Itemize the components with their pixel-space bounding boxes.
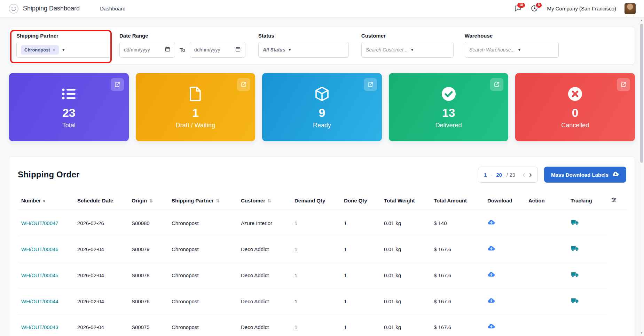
cell-done-qty: 1: [340, 288, 380, 314]
table-row: WH/OUT/000472026-02-26S00080ChronopostAz…: [18, 210, 627, 236]
table-row: WH/OUT/000462026-02-04S00079ChronopostDe…: [18, 236, 627, 262]
sort-icon: ⇅: [267, 198, 271, 203]
cell-schedule-date: 2026-02-04: [74, 314, 128, 336]
messages-icon[interactable]: 18: [514, 5, 522, 13]
filter-label: Date Range: [119, 33, 245, 39]
stat-card-label: Ready: [313, 122, 331, 129]
selected-partner-tag: Chronopost ×: [21, 45, 59, 55]
column-header-customer[interactable]: Customer⇅: [237, 191, 291, 210]
cell-action: [525, 288, 567, 314]
order-number-link[interactable]: WH/OUT/00045: [21, 272, 58, 278]
scrollbar-thumb[interactable]: [640, 24, 643, 163]
column-header-number[interactable]: Number▾: [18, 191, 74, 210]
filter-customer: Customer Search Customer... ▾: [361, 33, 454, 58]
download-label-icon[interactable]: [487, 297, 495, 305]
cell-customer: Deco Addict: [237, 236, 291, 262]
activities-icon[interactable]: 8: [531, 5, 539, 13]
pagination-end[interactable]: 20: [496, 172, 502, 178]
tracking-truck-icon[interactable]: [571, 218, 579, 227]
stat-card-value: 0: [572, 107, 579, 119]
cell-origin: S00075: [128, 314, 168, 336]
column-header-demand-qty: Demand Qty: [291, 191, 340, 210]
open-external-icon[interactable]: [364, 78, 377, 91]
cell-shipping-partner: Chronopost: [168, 262, 237, 288]
date-from-input[interactable]: dd/mm/yyyy: [119, 42, 175, 58]
order-number-link[interactable]: WH/OUT/00046: [21, 246, 58, 252]
tracking-truck-icon[interactable]: [571, 296, 579, 305]
sort-icon: ⇅: [216, 198, 220, 203]
stat-card-value: 13: [442, 107, 455, 119]
date-to-input[interactable]: dd/mm/yyyy: [190, 42, 245, 58]
stat-card-ready[interactable]: 9Ready: [262, 73, 382, 141]
cell-demand-qty: 1: [291, 210, 340, 236]
open-external-icon[interactable]: [237, 78, 250, 91]
tag-label: Chronopost: [24, 47, 50, 53]
pagination-start[interactable]: 1: [484, 172, 487, 178]
mass-download-labels-button[interactable]: Mass Download Labels: [544, 167, 626, 183]
company-name[interactable]: My Company (San Francisco): [547, 6, 616, 11]
column-header-done-qty: Done Qty: [340, 191, 380, 210]
cell-total-amount: $ 167.6: [430, 262, 484, 288]
user-avatar[interactable]: [625, 3, 636, 14]
column-header-origin[interactable]: Origin⇅: [128, 191, 168, 210]
order-number-link[interactable]: WH/OUT/00043: [21, 324, 58, 330]
shipping-partner-select[interactable]: Chronopost × ▾: [16, 42, 111, 58]
stat-card-cancelled[interactable]: 0Cancelled: [515, 73, 635, 141]
open-external-icon[interactable]: [617, 78, 630, 91]
cell-demand-qty: 1: [291, 288, 340, 314]
page-content: Shipping Partner Chronopost × ▾ Date Ran…: [0, 27, 644, 336]
mass-download-label: Mass Download Labels: [551, 172, 608, 178]
vertical-scrollbar[interactable]: ▲ ▼: [639, 17, 644, 336]
cell-action: [525, 262, 567, 288]
cell-customer: Deco Addict: [237, 262, 291, 288]
filter-status: Status All Status ▾: [258, 33, 349, 58]
prev-page-icon[interactable]: ‹: [523, 170, 525, 179]
stat-card-label: Cancelled: [561, 122, 589, 129]
stat-card-total[interactable]: 23Total: [9, 73, 129, 141]
calendar-icon[interactable]: [165, 46, 171, 54]
scroll-down-icon[interactable]: ▼: [639, 330, 644, 336]
calendar-icon[interactable]: [235, 46, 241, 54]
stat-card-value: 1: [192, 107, 199, 119]
next-page-icon[interactable]: ›: [529, 170, 532, 179]
stat-card-delivered[interactable]: 13Delivered: [389, 73, 509, 141]
filters-bar: Shipping Partner Chronopost × ▾ Date Ran…: [9, 27, 635, 64]
date-separator: To: [180, 47, 185, 53]
download-label-icon[interactable]: [487, 322, 495, 330]
warehouse-search-input[interactable]: Search Warehouse... ▾: [465, 42, 559, 58]
menu-dashboard[interactable]: Dashboard: [100, 6, 125, 11]
scroll-up-icon[interactable]: ▲: [639, 17, 644, 23]
cell-demand-qty: 1: [291, 314, 340, 336]
filter-label: Customer: [361, 33, 454, 39]
shipping-orders-section: Shipping Order 1 - 20 / 23 ‹ › Mass Down…: [9, 157, 635, 336]
order-number-link[interactable]: WH/OUT/00047: [21, 220, 58, 226]
customer-placeholder: Search Customer...: [366, 47, 408, 53]
download-label-icon[interactable]: [487, 271, 495, 279]
open-external-icon[interactable]: [490, 78, 503, 91]
cell-total-weight: 0.01 kg: [380, 314, 430, 336]
column-header-tracking: Tracking: [567, 191, 607, 210]
customer-search-input[interactable]: Search Customer... ▾: [361, 42, 454, 58]
status-value: All Status: [263, 47, 285, 53]
order-number-link[interactable]: WH/OUT/00044: [21, 298, 58, 304]
filter-date-range: Date Range dd/mm/yyyy To dd/mm/yyyy: [119, 33, 245, 58]
status-select[interactable]: All Status ▾: [258, 42, 349, 58]
cell-total-amount: $ 167.6: [430, 314, 484, 336]
download-label-icon[interactable]: [487, 245, 495, 253]
column-header-total-amount: Total Amount: [430, 191, 484, 210]
stat-card-draft-waiting[interactable]: 1Draft / Waiting: [136, 73, 256, 141]
app-logo-icon[interactable]: [8, 3, 19, 14]
tracking-truck-icon[interactable]: [571, 270, 579, 279]
tracking-truck-icon[interactable]: [571, 244, 579, 253]
column-options-icon[interactable]: [607, 191, 627, 210]
open-external-icon[interactable]: [111, 78, 124, 91]
remove-tag-icon[interactable]: ×: [53, 47, 56, 53]
date-to-placeholder: dd/mm/yyyy: [194, 47, 220, 53]
column-header-schedule-date: Schedule Date: [74, 191, 128, 210]
download-label-icon[interactable]: [487, 218, 495, 226]
cell-action: [525, 210, 567, 236]
main-menu: Dashboard: [100, 6, 125, 12]
filter-label: Warehouse: [465, 33, 559, 39]
cell-done-qty: 1: [340, 236, 380, 262]
column-header-shipping-partner[interactable]: Shipping Partner⇅: [168, 191, 237, 210]
